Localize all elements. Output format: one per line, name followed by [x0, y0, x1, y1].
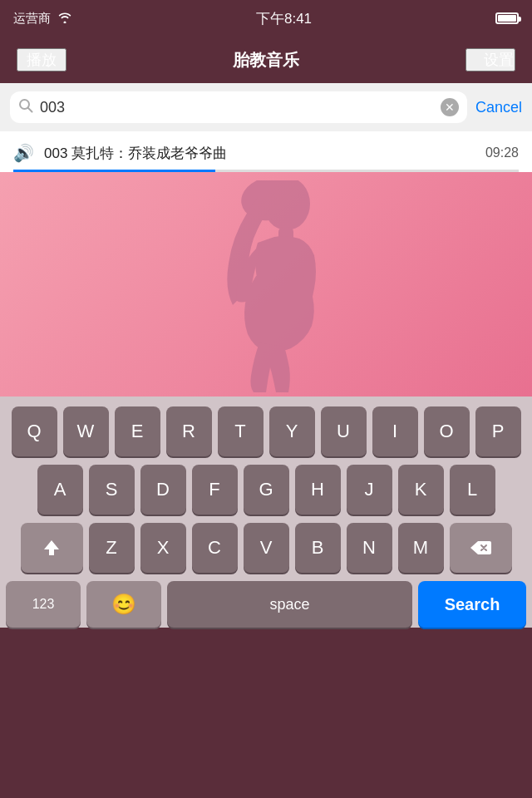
- key-Q[interactable]: Q: [12, 406, 57, 456]
- song-title: 003 莫扎特：乔装成老爷爷曲: [44, 144, 475, 163]
- key-Z[interactable]: Z: [89, 523, 135, 573]
- key-V[interactable]: V: [244, 523, 289, 573]
- emoji-key[interactable]: 😊: [86, 581, 161, 628]
- song-result: 🔊 003 莫扎特：乔装成老爷爷曲 09:28: [0, 131, 532, 172]
- key-M[interactable]: M: [398, 523, 444, 573]
- key-G[interactable]: G: [244, 465, 289, 515]
- key-T[interactable]: T: [218, 406, 264, 456]
- space-key[interactable]: space: [167, 581, 412, 628]
- key-W[interactable]: W: [63, 406, 109, 456]
- backspace-key[interactable]: [450, 523, 512, 573]
- search-input[interactable]: [40, 99, 434, 116]
- settings-button[interactable]: 设置: [466, 48, 515, 71]
- status-bar: 运营商 下午8:41: [0, 0, 532, 37]
- search-input-wrapper: ✕: [10, 91, 467, 123]
- key-C[interactable]: C: [192, 523, 238, 573]
- key-O[interactable]: O: [424, 406, 470, 456]
- song-duration: 09:28: [485, 145, 519, 160]
- shift-key[interactable]: [21, 523, 83, 573]
- page-title: 胎教音乐: [233, 49, 299, 71]
- search-bar-container: ✕ Cancel: [0, 83, 532, 131]
- key-Y[interactable]: Y: [269, 406, 315, 456]
- key-A[interactable]: A: [37, 465, 83, 515]
- clear-search-button[interactable]: ✕: [441, 98, 459, 116]
- keyboard-bottom-row: 123 😊 space Search: [0, 581, 532, 628]
- pregnant-silhouette: [125, 180, 407, 397]
- key-D[interactable]: D: [140, 465, 186, 515]
- key-P[interactable]: P: [475, 406, 521, 456]
- speaker-icon: 🔊: [13, 143, 34, 163]
- wifi-icon: [57, 12, 72, 26]
- key-U[interactable]: U: [321, 406, 367, 456]
- key-H[interactable]: H: [295, 465, 341, 515]
- key-S[interactable]: S: [89, 465, 135, 515]
- key-F[interactable]: F: [192, 465, 238, 515]
- keyboard-row-2: A S D F G H J K L: [0, 465, 532, 515]
- cancel-button[interactable]: Cancel: [475, 99, 522, 116]
- song-row[interactable]: 🔊 003 莫扎特：乔装成老爷爷曲 09:28: [13, 131, 519, 163]
- play-button[interactable]: 播放: [17, 48, 66, 71]
- key-X[interactable]: X: [140, 523, 186, 573]
- number-key[interactable]: 123: [6, 581, 81, 628]
- key-L[interactable]: L: [450, 465, 495, 515]
- battery-icon: [495, 12, 519, 24]
- carrier-label: 运营商: [13, 11, 51, 27]
- search-icon: [18, 98, 33, 116]
- svg-line-1: [28, 108, 32, 112]
- key-I[interactable]: I: [372, 406, 418, 456]
- keyboard: Q W E R T Y U I O P A S D F G H J K L Z …: [0, 397, 532, 628]
- key-N[interactable]: N: [347, 523, 392, 573]
- key-K[interactable]: K: [398, 465, 444, 515]
- key-B[interactable]: B: [295, 523, 341, 573]
- album-art: [0, 172, 532, 397]
- time-label: 下午8:41: [256, 9, 312, 28]
- key-J[interactable]: J: [347, 465, 392, 515]
- nav-bar: 播放 胎教音乐 设置: [0, 37, 532, 83]
- key-R[interactable]: R: [166, 406, 212, 456]
- keyboard-row-1: Q W E R T Y U I O P: [0, 406, 532, 456]
- search-button[interactable]: Search: [418, 581, 526, 628]
- keyboard-row-3: Z X C V B N M: [0, 523, 532, 573]
- key-E[interactable]: E: [115, 406, 160, 456]
